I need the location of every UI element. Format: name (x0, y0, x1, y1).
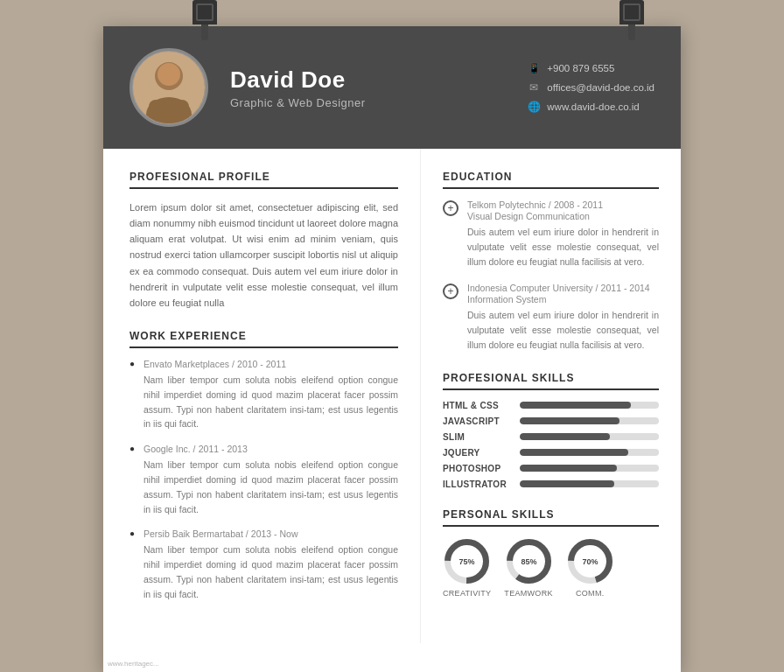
work-desc-1: Nam liber tempor cum soluta nobis eleife… (144, 373, 398, 431)
phone-icon: 📱 (528, 62, 540, 74)
skills-list: HTML & CSS JAVASCRIPT SLIM JQUERY PHOTOS… (443, 401, 659, 489)
personal-skill-item: 70% COMM. (566, 537, 614, 598)
skill-bar-fill (520, 480, 614, 487)
education-section: EDUCATION + Telkom Polytechnic / 2008 - … (443, 171, 659, 353)
donut-label: COMM. (576, 589, 605, 598)
work-desc-2: Nam liber tempor cum soluta nobis eleife… (144, 458, 398, 516)
resume-header: David Doe Graphic & Web Designer 📱 +900 … (103, 26, 681, 149)
edu-desc-1: Duis autem vel eum iriure dolor in hendr… (467, 225, 659, 269)
email-icon: ✉ (528, 81, 540, 94)
donut-chart: 70% (566, 537, 614, 585)
svg-rect-3 (149, 100, 189, 123)
edu-icon-1: + (443, 200, 458, 216)
skill-item: PHOTOSHOP (443, 464, 659, 473)
binder-clip-right (620, 0, 644, 35)
edu-school-1: Telkom Polytechnic / 2008 - 2011 (467, 200, 659, 210)
skill-item: ILLUSTRATOR (443, 480, 659, 489)
phone-number: +900 879 6555 (547, 63, 614, 74)
edu-degree-2: Information System (467, 294, 659, 304)
work-item: Google Inc. / 2011 - 2013 Nam liber temp… (130, 444, 398, 516)
skill-bar-bg (520, 465, 659, 472)
skill-bar-bg (520, 433, 659, 440)
work-desc-3: Nam liber tempor cum soluta nobis eleife… (144, 542, 398, 601)
skill-bar-bg (520, 449, 659, 456)
education-section-title: EDUCATION (443, 171, 659, 189)
phone-item: 📱 +900 879 6555 (528, 62, 654, 74)
skill-item: SLIM (443, 432, 659, 442)
work-company-3: Persib Baik Bermartabat / 2013 - Now (144, 528, 398, 539)
resume-body: PROFESIONAL PROFILE Lorem ipsum dolor si… (103, 149, 681, 643)
edu-desc-2: Duis autem vel eum iriure dolor in hendr… (467, 308, 659, 352)
edu-icon-2: + (443, 284, 458, 299)
header-info: David Doe Graphic & Web Designer (230, 66, 506, 109)
work-company-2: Google Inc. / 2011 - 2013 (144, 444, 398, 454)
edu-school-2: Indonesia Computer University / 2011 - 2… (467, 283, 659, 293)
skill-bar-fill (520, 449, 628, 456)
work-experience-section: WORK EXPERIENCE Envato Marketplaces / 20… (130, 330, 398, 602)
svg-text:70%: 70% (582, 557, 598, 566)
personal-skill-item: 75% CREATIVITY (443, 537, 491, 598)
work-item: Persib Baik Bermartabat / 2013 - Now Nam… (130, 528, 398, 601)
page-wrapper: David Doe Graphic & Web Designer 📱 +900 … (0, 0, 784, 672)
watermark: www.heritagec... (108, 660, 159, 668)
personal-skills-list: 75% CREATIVITY 85% TEAMWORK 70% COMM. (443, 537, 659, 598)
donut-label: TEAMWORK (504, 589, 552, 598)
email-address: offices@david-doe.co.id (547, 82, 654, 93)
profile-text: Lorem ipsum dolor sit amet, consectetuer… (130, 200, 398, 311)
skill-bar-fill (520, 465, 617, 472)
skill-label: ILLUSTRATOR (443, 480, 513, 489)
personal-skills-title: PERSONAL SKILLS (443, 508, 659, 527)
skill-bar-fill (520, 417, 620, 424)
binder-clip-left (192, 0, 217, 35)
skill-label: SLIM (443, 432, 513, 442)
pro-skills-title: PROFESIONAL SKILLS (443, 372, 659, 390)
edu-item: + Indonesia Computer University / 2011 -… (443, 283, 659, 352)
website-url: www.david-doe.co.id (547, 102, 639, 112)
skill-bar-fill (520, 433, 610, 440)
skill-item: JQUERY (443, 448, 659, 458)
avatar (130, 48, 208, 127)
svg-text:85%: 85% (521, 557, 536, 566)
skill-label: JQUERY (443, 448, 513, 458)
email-item: ✉ offices@david-doe.co.id (528, 81, 654, 94)
skill-item: JAVASCRIPT (443, 416, 659, 426)
skill-label: HTML & CSS (443, 401, 513, 410)
applicant-name: David Doe (230, 66, 506, 94)
contact-info: 📱 +900 879 6555 ✉ offices@david-doe.co.i… (528, 62, 654, 113)
edu-degree-1: Visual Design Communication (467, 211, 659, 221)
svg-text:75%: 75% (459, 557, 475, 566)
skill-bar-bg (520, 417, 659, 424)
work-company-1: Envato Marketplaces / 2010 - 2011 (144, 359, 398, 369)
skill-bar-fill (520, 402, 631, 409)
avatar-svg (133, 52, 205, 123)
edu-item: + Telkom Polytechnic / 2008 - 2011 Visua… (443, 200, 659, 269)
skill-item: HTML & CSS (443, 401, 659, 410)
skill-label: JAVASCRIPT (443, 416, 513, 426)
donut-label: CREATIVITY (443, 589, 491, 598)
profile-section: PROFESIONAL PROFILE Lorem ipsum dolor si… (130, 171, 398, 311)
skill-bar-bg (520, 402, 659, 409)
svg-point-4 (158, 63, 180, 86)
profile-section-title: PROFESIONAL PROFILE (130, 171, 398, 189)
avatar-container (130, 48, 208, 127)
skill-label: PHOTOSHOP (443, 464, 513, 473)
left-column: PROFESIONAL PROFILE Lorem ipsum dolor si… (103, 149, 421, 643)
website-icon: 🌐 (528, 101, 540, 113)
applicant-title: Graphic & Web Designer (230, 96, 506, 109)
website-item: 🌐 www.david-doe.co.id (528, 101, 654, 113)
personal-skill-item: 85% TEAMWORK (504, 537, 552, 598)
donut-chart: 85% (505, 537, 553, 585)
skill-bar-bg (520, 480, 659, 487)
professional-skills-section: PROFESIONAL SKILLS HTML & CSS JAVASCRIPT… (443, 372, 659, 489)
resume-document: David Doe Graphic & Web Designer 📱 +900 … (103, 26, 681, 672)
work-item: Envato Marketplaces / 2010 - 2011 Nam li… (130, 359, 398, 431)
right-column: EDUCATION + Telkom Polytechnic / 2008 - … (421, 149, 681, 643)
avatar-photo (133, 52, 205, 123)
work-section-title: WORK EXPERIENCE (130, 330, 398, 348)
donut-chart: 75% (443, 537, 491, 585)
personal-skills-section: PERSONAL SKILLS 75% CREATIVITY 85% TEAMW… (443, 508, 659, 598)
